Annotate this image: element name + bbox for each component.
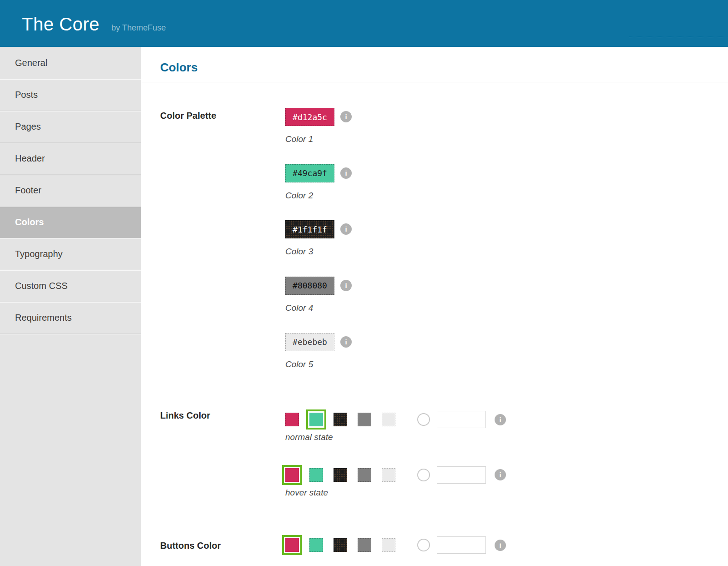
palette-swatch-4[interactable]: #808080 xyxy=(285,277,334,295)
picker-swatch-color1-selected[interactable] xyxy=(282,535,302,555)
custom-color-radio[interactable] xyxy=(417,469,430,481)
sidebar-filler xyxy=(0,334,141,566)
picker-swatch-color1-selected[interactable] xyxy=(282,465,302,485)
palette-swatch-1[interactable]: #d12a5c xyxy=(285,108,334,126)
app-logo: The Core by ThemeFuse xyxy=(22,14,166,35)
custom-color-radio[interactable] xyxy=(417,413,430,426)
picker-swatch-color1[interactable] xyxy=(285,538,299,552)
palette-item: #808080 i Color 4 xyxy=(285,277,352,314)
info-icon[interactable]: i xyxy=(495,540,506,551)
info-icon[interactable]: i xyxy=(340,111,352,122)
custom-color-input[interactable] xyxy=(437,411,486,428)
palette-swatch-caption: Color 4 xyxy=(285,302,352,314)
palette-item: #d12a5c i Color 1 xyxy=(285,108,352,145)
header-dotted-line xyxy=(629,37,728,37)
app-title: The Core xyxy=(22,14,100,35)
picker-swatch-color3[interactable] xyxy=(334,538,347,552)
sidebar-item-general[interactable]: General xyxy=(0,47,141,79)
state-caption-hover: hover state xyxy=(285,487,506,499)
buttons-color-section: Buttons Color xyxy=(141,523,728,564)
page-title-bar: Colors xyxy=(141,47,728,82)
picker-swatch-color1[interactable] xyxy=(285,468,299,482)
picker-swatch-color5[interactable] xyxy=(382,538,395,552)
sidebar-item-header[interactable]: Header xyxy=(0,142,141,174)
picker-swatch-color2[interactable] xyxy=(309,538,323,552)
color-palette-section: Color Palette #d12a5c i Color 1 #49ca9f … xyxy=(141,82,728,392)
sidebar: General Posts Pages Header Footer Colors… xyxy=(0,47,141,566)
picker-swatch-color5[interactable] xyxy=(382,468,395,482)
custom-color-radio[interactable] xyxy=(417,539,430,551)
custom-color-input[interactable] xyxy=(437,466,486,484)
palette-swatch-caption: Color 2 xyxy=(285,190,352,202)
custom-color-input[interactable] xyxy=(437,536,486,554)
picker-swatch-color3[interactable] xyxy=(334,468,347,482)
header-bar: The Core by ThemeFuse xyxy=(0,0,728,47)
picker-swatch-color5[interactable] xyxy=(382,413,395,426)
palette-item: #49ca9f i Color 2 xyxy=(285,164,352,202)
info-icon[interactable]: i xyxy=(340,167,352,179)
sidebar-item-custom-css[interactable]: Custom CSS xyxy=(0,270,141,302)
sidebar-item-typography[interactable]: Typography xyxy=(0,238,141,270)
palette-item: #1f1f1f i Color 3 xyxy=(285,220,352,258)
app-byline: by ThemeFuse xyxy=(111,23,166,33)
sidebar-item-requirements[interactable]: Requirements xyxy=(0,302,141,334)
picker-swatch-color2[interactable] xyxy=(309,413,323,426)
picker-swatch-color4[interactable] xyxy=(358,468,371,482)
palette-swatch-caption: Color 3 xyxy=(285,246,352,258)
palette-swatch-caption: Color 1 xyxy=(285,133,352,145)
picker-swatch-color1[interactable] xyxy=(285,413,299,426)
info-icon[interactable]: i xyxy=(495,414,506,425)
picker-swatch-color4[interactable] xyxy=(358,413,371,426)
palette-swatch-caption: Color 5 xyxy=(285,359,352,370)
links-color-section: Links Color xyxy=(141,392,728,523)
sidebar-item-footer[interactable]: Footer xyxy=(0,174,141,206)
buttons-color-label: Buttons Color xyxy=(160,535,285,551)
state-caption-normal: normal state xyxy=(285,431,506,443)
sidebar-item-colors[interactable]: Colors xyxy=(0,206,141,238)
sidebar-item-posts[interactable]: Posts xyxy=(0,79,141,111)
palette-swatch-5[interactable]: #ebebeb xyxy=(285,333,334,351)
palette-swatch-2[interactable]: #49ca9f xyxy=(285,164,334,182)
buttons-color-control: i xyxy=(285,535,506,555)
info-icon[interactable]: i xyxy=(340,280,352,291)
color-palette-label: Color Palette xyxy=(160,108,285,121)
palette-item: #ebebeb i Color 5 xyxy=(285,333,352,370)
picker-swatch-color4[interactable] xyxy=(358,538,371,552)
picker-swatch-color2-selected[interactable] xyxy=(306,409,326,430)
main-panel: Colors Color Palette #d12a5c i Color 1 xyxy=(141,47,728,566)
page-title: Colors xyxy=(160,61,728,75)
links-normal-picker: i normal state xyxy=(285,409,506,443)
info-icon[interactable]: i xyxy=(340,336,352,348)
color-palette-control: #d12a5c i Color 1 #49ca9f i Color 2 xyxy=(285,108,352,370)
sidebar-item-pages[interactable]: Pages xyxy=(0,111,141,142)
links-hover-picker: i hover state xyxy=(285,465,506,499)
buttons-picker: i xyxy=(285,535,506,555)
app-shell: General Posts Pages Header Footer Colors… xyxy=(0,47,728,566)
links-color-label: Links Color xyxy=(160,409,285,421)
info-icon[interactable]: i xyxy=(340,223,352,235)
palette-swatch-3[interactable]: #1f1f1f xyxy=(285,220,334,238)
picker-swatch-color2[interactable] xyxy=(309,468,323,482)
links-color-control: i normal state xyxy=(285,409,506,498)
info-icon[interactable]: i xyxy=(495,469,506,480)
picker-swatch-color3[interactable] xyxy=(334,413,347,426)
